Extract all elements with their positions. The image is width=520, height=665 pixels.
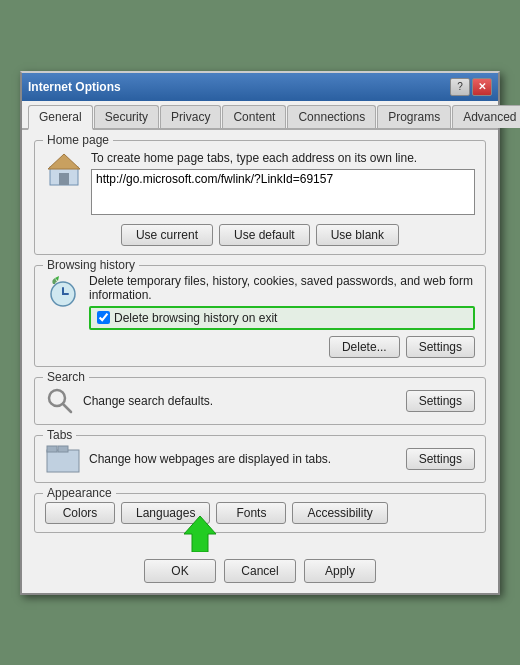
tabs-description: Change how webpages are displayed in tab…: [89, 452, 398, 466]
use-default-button[interactable]: Use default: [219, 224, 310, 246]
svg-marker-1: [48, 154, 80, 169]
ok-arrow-indicator: [180, 516, 220, 555]
internet-options-dialog: Internet Options ? ✕ General Security Pr…: [20, 71, 500, 595]
accessibility-button[interactable]: Accessibility: [292, 502, 387, 524]
search-section: Search Change search defaults. Settings: [34, 377, 486, 425]
svg-rect-2: [59, 173, 69, 185]
svg-rect-6: [47, 450, 79, 472]
svg-rect-8: [58, 446, 68, 452]
homepage-description: To create home page tabs, type each addr…: [91, 151, 475, 165]
search-section-label: Search: [43, 370, 89, 384]
svg-marker-9: [184, 516, 216, 552]
delete-on-exit-checkbox[interactable]: [97, 311, 110, 324]
browsing-history-label: Browsing history: [43, 258, 139, 272]
homepage-buttons: Use current Use default Use blank: [45, 224, 475, 246]
main-content: Home page To create home page tabs, type…: [22, 130, 498, 553]
tabs-settings-button[interactable]: Settings: [406, 448, 475, 470]
tabs-icon: [45, 444, 81, 474]
svg-line-5: [63, 404, 71, 412]
appearance-section: Appearance Colors Languages Fonts Access…: [34, 493, 486, 533]
delete-on-exit-label: Delete browsing history on exit: [114, 311, 277, 325]
ok-button[interactable]: OK: [144, 559, 216, 583]
search-settings-button[interactable]: Settings: [406, 390, 475, 412]
tabs-section-row: Change how webpages are displayed in tab…: [45, 444, 475, 474]
search-row: Change search defaults. Settings: [45, 386, 475, 416]
tabs-settings-section: Tabs Change how webpages are displayed i…: [34, 435, 486, 483]
tab-programs[interactable]: Programs: [377, 105, 451, 128]
delete-on-exit-row: Delete browsing history on exit: [89, 306, 475, 330]
tab-privacy[interactable]: Privacy: [160, 105, 221, 128]
home-icon: [45, 149, 83, 187]
delete-button[interactable]: Delete...: [329, 336, 400, 358]
tabs-section-label: Tabs: [43, 428, 76, 442]
tab-general[interactable]: General: [28, 105, 93, 130]
dialog-footer: OK Cancel Apply: [22, 553, 498, 593]
history-icon: [45, 274, 81, 310]
cancel-button[interactable]: Cancel: [224, 559, 296, 583]
tab-content[interactable]: Content: [222, 105, 286, 128]
svg-rect-7: [47, 446, 57, 452]
history-settings-button[interactable]: Settings: [406, 336, 475, 358]
close-button[interactable]: ✕: [472, 78, 492, 96]
use-blank-button[interactable]: Use blank: [316, 224, 399, 246]
homepage-row: To create home page tabs, type each addr…: [45, 149, 475, 218]
browsing-history-section: Browsing history Delete temporary files,…: [34, 265, 486, 367]
tab-connections[interactable]: Connections: [287, 105, 376, 128]
homepage-url-input[interactable]: [91, 169, 475, 215]
homepage-section-label: Home page: [43, 133, 113, 147]
appearance-buttons: Colors Languages Fonts Accessibility: [45, 502, 475, 524]
window-controls: ? ✕: [450, 78, 492, 96]
help-button[interactable]: ?: [450, 78, 470, 96]
colors-button[interactable]: Colors: [45, 502, 115, 524]
search-description: Change search defaults.: [83, 394, 398, 408]
fonts-button[interactable]: Fonts: [216, 502, 286, 524]
history-text: Delete temporary files, history, cookies…: [89, 274, 475, 330]
tab-security[interactable]: Security: [94, 105, 159, 128]
apply-button[interactable]: Apply: [304, 559, 376, 583]
appearance-section-label: Appearance: [43, 486, 116, 500]
history-description: Delete temporary files, history, cookies…: [89, 274, 475, 302]
window-title: Internet Options: [28, 80, 121, 94]
use-current-button[interactable]: Use current: [121, 224, 213, 246]
tabs-bar: General Security Privacy Content Connect…: [22, 101, 498, 130]
search-icon: [45, 386, 75, 416]
title-bar: Internet Options ? ✕: [22, 73, 498, 101]
homepage-info: To create home page tabs, type each addr…: [91, 149, 475, 218]
browsing-history-row: Delete temporary files, history, cookies…: [45, 274, 475, 330]
history-buttons: Delete... Settings: [45, 336, 475, 358]
homepage-section: Home page To create home page tabs, type…: [34, 140, 486, 255]
tab-advanced[interactable]: Advanced: [452, 105, 520, 128]
